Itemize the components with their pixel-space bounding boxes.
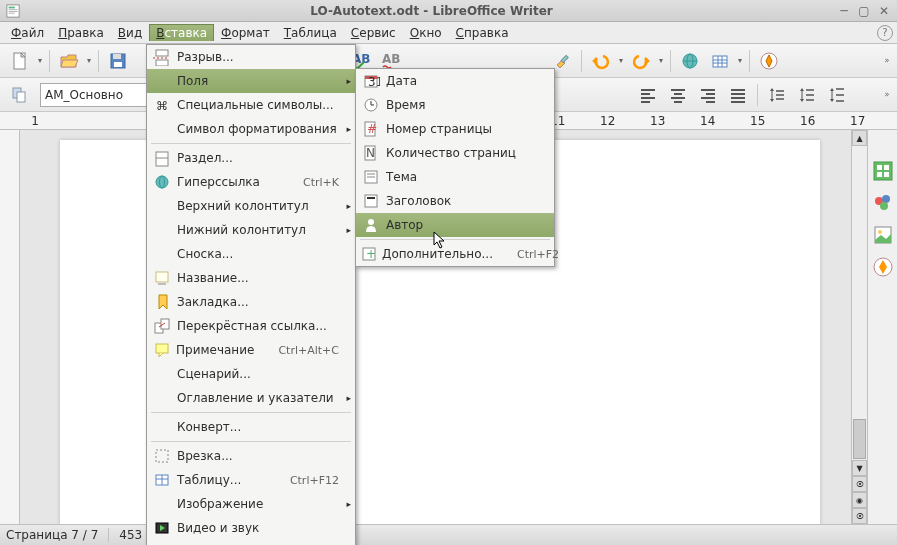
fields-menu-item-1[interactable]: Время [356, 93, 554, 117]
prev-page-button[interactable]: ⦿ [852, 476, 867, 492]
undo-dropdown[interactable]: ▾ [617, 56, 625, 65]
ruler-vertical[interactable] [0, 130, 20, 524]
fields-menu-item-3[interactable]: NКоличество страниц [356, 141, 554, 165]
fields-menu-item-6[interactable]: Автор [356, 213, 554, 237]
open-dropdown[interactable]: ▾ [85, 56, 93, 65]
fields-menu-item-0[interactable]: 31Дата [356, 69, 554, 93]
insert-menu-shortcut: Ctrl+F12 [290, 474, 339, 487]
scroll-down-button[interactable]: ▼ [852, 460, 867, 476]
fields-menu-item-4[interactable]: Тема [356, 165, 554, 189]
menu-сервис[interactable]: Сервис [344, 24, 403, 42]
table-toolbar-button[interactable] [706, 47, 734, 75]
scroll-thumb[interactable] [853, 419, 866, 459]
insert-menu-item-0[interactable]: Разрыв... [147, 45, 355, 69]
undo-button[interactable] [587, 47, 615, 75]
line-spacing-2-button[interactable] [823, 81, 851, 109]
subject-icon [360, 167, 382, 187]
align-left-button[interactable] [634, 81, 662, 109]
title-icon [360, 191, 382, 211]
ruler-mark: 16 [800, 114, 810, 128]
insert-menu-item-6[interactable]: ГиперссылкаCtrl+K [147, 170, 355, 194]
redo-button[interactable] [627, 47, 655, 75]
insert-menu-item-15[interactable]: Оглавление и указатели▸ [147, 386, 355, 410]
line-spacing-15-button[interactable] [793, 81, 821, 109]
insert-menu-item-7[interactable]: Верхний колонтитул▸ [147, 194, 355, 218]
gallery-panel-icon[interactable] [872, 224, 894, 246]
insert-menu-item-3[interactable]: Символ форматирования▸ [147, 117, 355, 141]
insert-menu-item-9[interactable]: Сноска... [147, 242, 355, 266]
svg-rect-7 [113, 54, 121, 59]
insert-menu-label: Сноска... [177, 247, 339, 261]
submenu-arrow-icon: ▸ [346, 499, 351, 509]
insert-menu-item-8[interactable]: Нижний колонтитул▸ [147, 218, 355, 242]
fields-menu-shortcut: Ctrl+F2 [517, 248, 559, 261]
open-button[interactable] [55, 47, 83, 75]
menu-вставка[interactable]: Вставка [149, 24, 214, 41]
fields-menu-item-8[interactable]: +Дополнительно...Ctrl+F2 [356, 242, 554, 266]
insert-menu-item-2[interactable]: ⌘Специальные символы... [147, 93, 355, 117]
toolbar-more[interactable]: » [883, 56, 891, 65]
new-doc-button[interactable] [6, 47, 34, 75]
insert-menu-item-19[interactable]: Врезка... [147, 444, 355, 468]
ruler-mark: 14 [700, 114, 710, 128]
insert-menu-item-13[interactable]: ПримечаниеCtrl+Alt+C [147, 338, 355, 362]
titlebar: LO-Autotext.odt - LibreOffice Writer ─ ▢… [0, 0, 897, 22]
fields-menu-divider [360, 239, 550, 240]
styles-panel-icon[interactable] [872, 192, 894, 214]
menubar: ФайлПравкаВидВставкаФорматТаблицаСервисО… [0, 22, 897, 44]
navigator-button[interactable] [755, 47, 783, 75]
fields-menu-item-5[interactable]: Заголовок [356, 189, 554, 213]
submenu-arrow-icon: ▸ [346, 393, 351, 403]
insert-menu-item-22[interactable]: Видео и звук [147, 516, 355, 540]
fields-menu-label: Дата [386, 74, 538, 88]
scroll-up-button[interactable]: ▲ [852, 130, 867, 146]
styles-button[interactable] [6, 81, 34, 109]
paragraph-style-combo[interactable]: AM_Основно [40, 83, 150, 107]
insert-menu-item-20[interactable]: Таблицу...Ctrl+F12 [147, 468, 355, 492]
nav-button[interactable]: ◉ [852, 492, 867, 508]
align-center-button[interactable] [664, 81, 692, 109]
toolbar2-more[interactable]: » [883, 90, 891, 99]
blank-icon [151, 119, 173, 139]
menu-правка[interactable]: Правка [51, 24, 111, 42]
table-dropdown[interactable]: ▾ [736, 56, 744, 65]
next-page-button[interactable]: ⦿ [852, 508, 867, 524]
redo-dropdown[interactable]: ▾ [657, 56, 665, 65]
insert-menu-item-5[interactable]: Раздел... [147, 146, 355, 170]
menu-формат[interactable]: Формат [214, 24, 277, 42]
insert-menu-item-14[interactable]: Сценарий... [147, 362, 355, 386]
svg-text:ABC: ABC [382, 52, 400, 66]
line-spacing-1-button[interactable] [763, 81, 791, 109]
menu-окно[interactable]: Окно [403, 24, 449, 42]
insert-menu-item-1[interactable]: Поля▸ [147, 69, 355, 93]
insert-menu-item-11[interactable]: Закладка... [147, 290, 355, 314]
close-button[interactable]: ✕ [877, 4, 891, 18]
insert-menu-item-12[interactable]: Перекрёстная ссылка... [147, 314, 355, 338]
save-button[interactable] [104, 47, 132, 75]
navigator-panel-icon[interactable] [872, 256, 894, 278]
menu-таблица[interactable]: Таблица [277, 24, 344, 42]
fields-menu-item-2[interactable]: #Номер страницы [356, 117, 554, 141]
new-doc-dropdown[interactable]: ▾ [36, 56, 44, 65]
maximize-button[interactable]: ▢ [857, 4, 871, 18]
insert-menu-label: Изображение [177, 497, 339, 511]
date-icon: 31 [360, 71, 382, 91]
svg-rect-93 [365, 195, 377, 207]
blank-icon [151, 388, 173, 408]
menu-файл[interactable]: Файл [4, 24, 51, 42]
svg-point-68 [156, 176, 168, 188]
insert-menu-item-21[interactable]: Изображение▸ [147, 492, 355, 516]
insert-menu-item-17[interactable]: Конверт... [147, 415, 355, 439]
insert-menu-item-23[interactable]: Объект▸ [147, 540, 355, 545]
align-justify-button[interactable] [724, 81, 752, 109]
hyperlink-toolbar-button[interactable] [676, 47, 704, 75]
menu-справка[interactable]: Справка [449, 24, 516, 42]
align-right-button[interactable] [694, 81, 722, 109]
minimize-button[interactable]: ─ [837, 4, 851, 18]
help-icon[interactable]: ? [877, 25, 893, 41]
scrollbar-vertical[interactable]: ▲ ▼ ⦿ ◉ ⦿ [851, 130, 867, 524]
menu-вид[interactable]: Вид [111, 24, 149, 42]
status-page[interactable]: Страница 7 / 7 [6, 528, 109, 542]
properties-panel-icon[interactable] [872, 160, 894, 182]
svg-text:31: 31 [368, 75, 380, 89]
